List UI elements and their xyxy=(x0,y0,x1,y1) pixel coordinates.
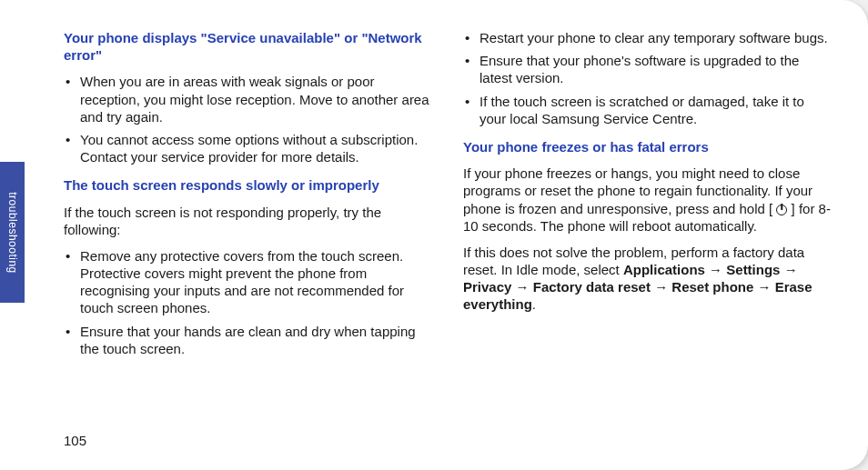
menu-path-item: Applications xyxy=(623,262,705,277)
menu-path-item: Privacy xyxy=(463,279,511,295)
paragraph: If the touch screen is not responding pr… xyxy=(64,204,432,238)
list-item: Ensure that your hands are clean and dry… xyxy=(64,323,432,357)
bullet-list: When you are in areas with weak signals … xyxy=(64,73,432,165)
paragraph: If this does not solve the problem, perf… xyxy=(463,244,832,314)
column-right: Restart your phone to clear any temporar… xyxy=(463,29,832,434)
list-item: You cannot access some options without a… xyxy=(64,131,432,165)
menu-path-item: Reset phone xyxy=(671,279,753,295)
bullet-list: Remove any protective covers from the to… xyxy=(64,247,432,357)
list-item: When you are in areas with weak signals … xyxy=(64,73,432,125)
arrow: → xyxy=(511,279,532,295)
list-item: Ensure that your phone's software is upg… xyxy=(463,52,832,86)
list-item: Remove any protective covers from the to… xyxy=(64,247,432,317)
bullet-list: Restart your phone to clear any temporar… xyxy=(463,29,832,127)
section-tab: troubleshooting xyxy=(0,162,25,303)
arrow: → xyxy=(651,279,671,295)
menu-path-item: Factory data reset xyxy=(533,279,651,295)
heading-touch-screen: The touch screen responds slowly or impr… xyxy=(64,176,432,194)
heading-phone-freezes: Your phone freezes or has fatal errors xyxy=(463,138,832,155)
list-item: Restart your phone to clear any temporar… xyxy=(463,29,832,46)
document-page: troubleshooting Your phone displays "Ser… xyxy=(0,0,868,470)
power-icon xyxy=(776,205,787,215)
page-number: 105 xyxy=(64,433,86,448)
heading-service-unavailable: Your phone displays "Service unavailable… xyxy=(64,29,432,64)
column-left: Your phone displays "Service unavailable… xyxy=(64,29,432,434)
menu-path-item: Settings xyxy=(726,262,780,277)
page-content: Your phone displays "Service unavailable… xyxy=(64,29,832,434)
list-item: If the touch screen is scratched or dama… xyxy=(463,93,832,127)
text-run: If your phone freezes or hangs, you migh… xyxy=(463,165,812,215)
arrow: → xyxy=(705,262,726,277)
paragraph: If your phone freezes or hangs, you migh… xyxy=(463,165,832,235)
arrow: → xyxy=(780,262,797,277)
section-tab-label: troubleshooting xyxy=(6,192,19,274)
arrow: → xyxy=(753,279,774,295)
text-run: . xyxy=(532,296,536,312)
